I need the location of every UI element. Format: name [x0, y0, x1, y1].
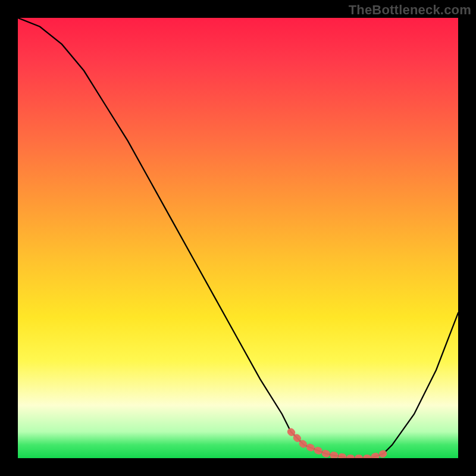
- bottleneck-curve: [18, 18, 458, 458]
- plot-area: [18, 18, 458, 458]
- curve-layer: [18, 18, 458, 458]
- watermark-text: TheBottleneck.com: [349, 2, 471, 18]
- chart-frame: TheBottleneck.com: [0, 0, 476, 476]
- trough-highlight: [291, 432, 383, 458]
